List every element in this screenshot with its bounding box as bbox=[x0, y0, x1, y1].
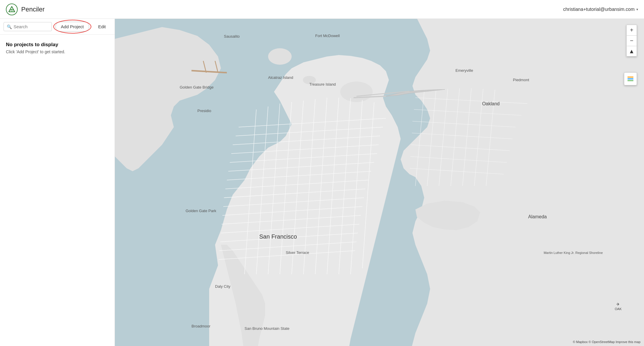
user-menu[interactable]: christiana+tutorial@urbansim.com ▾ bbox=[563, 7, 638, 12]
app-header: Penciler christiana+tutorial@urbansim.co… bbox=[0, 0, 644, 19]
app-name: Penciler bbox=[21, 6, 44, 13]
header-left: Penciler bbox=[6, 4, 44, 15]
map-attribution: © Mapbox © OpenStreetMap Improve this ma… bbox=[573, 340, 640, 344]
toolbar: 🔍 Add Project Edit bbox=[0, 19, 115, 35]
svg-rect-53 bbox=[628, 78, 633, 79]
search-input[interactable] bbox=[14, 24, 49, 29]
main-content: 🔍 Add Project Edit No projects to displa… bbox=[0, 19, 644, 346]
search-icon: 🔍 bbox=[7, 24, 12, 29]
airport-icon: ✈ bbox=[616, 302, 620, 307]
empty-state: No projects to display Click 'Add Projec… bbox=[0, 35, 115, 346]
svg-point-1 bbox=[11, 9, 12, 10]
app-logo bbox=[6, 4, 18, 15]
svg-point-4 bbox=[268, 48, 292, 65]
chevron-down-icon: ▾ bbox=[636, 7, 638, 11]
compass-button[interactable]: ▲ bbox=[626, 46, 637, 56]
zoom-out-button[interactable]: − bbox=[626, 35, 637, 46]
svg-rect-52 bbox=[628, 80, 633, 81]
empty-subtitle: Click 'Add Project' to get started. bbox=[6, 49, 109, 54]
map-controls: + − ▲ bbox=[626, 25, 637, 56]
user-email: christiana+tutorial@urbansim.com bbox=[563, 7, 635, 12]
layer-toggle-button[interactable] bbox=[624, 72, 637, 85]
add-project-button[interactable]: Add Project bbox=[55, 22, 90, 31]
edit-button[interactable]: Edit bbox=[93, 22, 111, 31]
empty-title: No projects to display bbox=[6, 42, 109, 48]
search-container[interactable]: 🔍 bbox=[4, 22, 52, 31]
airport-label: OAK bbox=[615, 307, 622, 311]
layers-icon bbox=[626, 75, 635, 83]
sidebar: 🔍 Add Project Edit No projects to displa… bbox=[0, 19, 115, 346]
map-svg bbox=[115, 19, 644, 346]
svg-point-5 bbox=[303, 76, 316, 84]
zoom-in-button[interactable]: + bbox=[626, 25, 637, 35]
map-area[interactable]: San Francisco Oakland Alameda Emeryville… bbox=[115, 19, 644, 346]
svg-point-3 bbox=[340, 81, 373, 102]
svg-rect-54 bbox=[628, 76, 633, 78]
airport-marker: ✈ OAK bbox=[615, 302, 622, 311]
